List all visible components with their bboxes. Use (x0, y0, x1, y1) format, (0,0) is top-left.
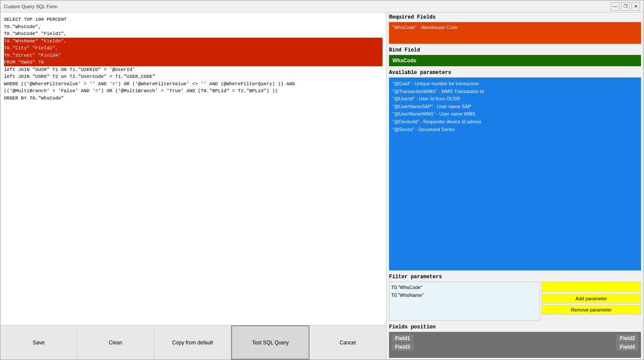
required-fields-title: Required Fields (389, 14, 641, 20)
bind-field-value: WhsCode (392, 58, 416, 64)
save-button[interactable]: Save (0, 325, 77, 360)
sql-line: left JOIN "USR6" T2 on T2."UserCode" = T… (4, 73, 383, 80)
sql-panel: SELECT TOP 100 PERCENTT0."WhsCode",T0."W… (0, 13, 386, 360)
fields-position-grid: Field1Field3 Field2Field4 (389, 332, 641, 358)
filter-list-item[interactable]: T0."WhsName" (391, 292, 538, 299)
sql-line: T0."WhsName" "Fields", (4, 38, 383, 45)
field-position-label-right: Field4 (616, 343, 638, 351)
filter-parameters-section: Filter parameters T0."WhsCode"T0."WhsNam… (386, 272, 644, 322)
required-fields-section: Required Fields "WhsCode" - Warehouse Co… (386, 13, 644, 45)
main-window: Custom Query SQL Form — ❐ ✕ SELECT TOP 1… (0, 0, 644, 360)
param-item: "@UserNameWMS" - User name WMS (392, 110, 638, 118)
sql-editor[interactable]: SELECT TOP 100 PERCENTT0."WhsCode",T0."W… (0, 13, 386, 325)
sql-line: T0."WhsCode" "Field1", (4, 30, 383, 38)
add-parameter-button[interactable]: Add parameter (542, 294, 641, 303)
param-item: "@TransactionWMS" - WMS Transaction Id (392, 88, 638, 96)
field-position-label-left: Field1 (392, 334, 414, 342)
bind-field-box: WhsCode (389, 55, 641, 66)
filter-right: Add parameter Remove parameter (542, 282, 641, 321)
filter-list[interactable]: T0."WhsCode"T0."WhsName" (389, 282, 540, 321)
fields-right: Field2Field4 (616, 334, 638, 355)
restore-button[interactable]: ❐ (621, 2, 630, 11)
cancel-button[interactable]: Cancel (309, 325, 386, 360)
remove-parameter-button[interactable]: Remove parameter (542, 305, 641, 315)
available-parameters-title: Available parameters (389, 70, 641, 76)
field-position-label-right: Field2 (616, 334, 638, 342)
fields-position-title: Fields position (389, 324, 641, 330)
param-item: "@UserNameSAP" - User name SAP (392, 103, 638, 111)
sql-line: ORDER BY T0."WhsCode" (4, 95, 383, 102)
filter-input[interactable] (542, 282, 641, 292)
fields-left: Field1Field3 (392, 334, 414, 355)
sql-line: T0."Street" "Field4" (4, 52, 383, 59)
filter-parameters-title: Filter parameters (389, 274, 641, 280)
bottom-buttons: Save Clean Copy from default Test SQL Qu… (0, 325, 386, 360)
minimize-button[interactable]: — (611, 2, 619, 11)
param-item: "@Series" - Document Series (392, 126, 638, 134)
clean-button[interactable]: Clean (77, 325, 154, 360)
field-position-label-left: Field3 (392, 343, 414, 351)
sql-line: WHERE (('@WhereFilterValue' = '' AND '='… (4, 80, 383, 88)
sql-line: (('@MultiBranch' = 'False' AND '=') OR (… (4, 87, 383, 95)
fields-position-section: Fields position Field1Field3 Field2Field… (386, 322, 644, 360)
window-controls: — ❐ ✕ (611, 2, 640, 11)
sql-line: SELECT TOP 100 PERCENT (4, 16, 383, 23)
copy-from-default-button[interactable]: Copy from default (154, 325, 231, 360)
right-panel: Required Fields "WhsCode" - Warehouse Co… (386, 13, 644, 360)
required-field-value: "WhsCode" - Warehouse Code (392, 25, 458, 30)
sql-line: T0."City" "Field2", (4, 45, 383, 52)
window-title: Custom Query SQL Form (4, 4, 57, 9)
sql-line: left JOIN "OUSR" T1 ON T1."USERID" = '@U… (4, 66, 383, 74)
param-item: "@UserId" - User Id from OUSR (392, 95, 638, 103)
title-bar: Custom Query SQL Form — ❐ ✕ (0, 0, 644, 13)
param-item: "@Guid" - Unique number for transaction (392, 80, 638, 88)
required-field-box: "WhsCode" - Warehouse Code (389, 22, 641, 44)
sql-line: T0."WhsCode", (4, 23, 383, 31)
param-item: "@DeviceId" - Requester device Id adress (392, 118, 638, 126)
test-sql-query-button[interactable]: Test SQL Query (231, 325, 309, 360)
bind-field-title: Bind Field (389, 47, 641, 53)
close-button[interactable]: ✕ (631, 2, 640, 11)
filter-list-item[interactable]: T0."WhsCode" (391, 284, 538, 292)
available-params-box: "@Guid" - Unique number for transaction"… (389, 77, 641, 270)
bind-field-section: Bind Field WhsCode (386, 45, 644, 68)
main-content: SELECT TOP 100 PERCENTT0."WhsCode",T0."W… (0, 13, 644, 360)
sql-line: FROM "OWHS" T0 (4, 59, 383, 66)
available-parameters-section: Available parameters "@Guid" - Unique nu… (386, 68, 644, 272)
filter-params-area: T0."WhsCode"T0."WhsName" Add parameter R… (389, 282, 641, 321)
